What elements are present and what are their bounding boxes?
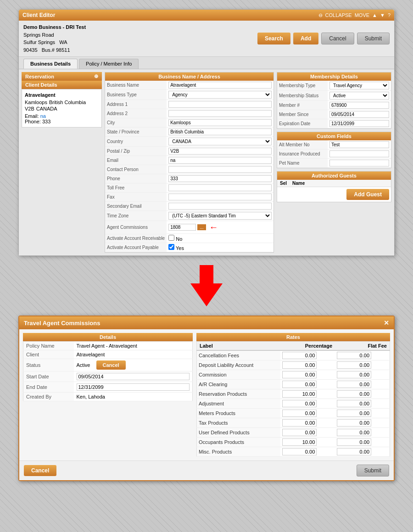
move-down-btn[interactable]: ▼ <box>380 12 385 18</box>
collapse-icon[interactable]: ⊖ <box>318 12 323 18</box>
rates-row: Cancellation Fees <box>197 350 390 360</box>
sidebar-email-link[interactable]: na <box>40 113 46 119</box>
detail-policy-name: Policy Name Travel Agent - Atravelagent <box>23 342 193 350</box>
field-alt-member: Alt Member No <box>277 140 391 150</box>
address2-input[interactable] <box>168 110 272 117</box>
sidebar-city-province: Kamloops British Columbia <box>25 100 99 105</box>
secondary-email-input[interactable] <box>168 203 272 210</box>
commissions-picker-btn[interactable]: ... <box>197 224 206 230</box>
rates-column-headers: Label Percentage Flat Fee <box>197 342 390 351</box>
expiration-date-input[interactable] <box>329 120 389 127</box>
rate-flatfee-input[interactable] <box>337 361 371 369</box>
address1-input[interactable] <box>168 101 272 108</box>
postal-input[interactable] <box>168 148 272 155</box>
rate-percentage-input[interactable] <box>282 352 317 359</box>
rate-percentage-input[interactable] <box>282 390 317 398</box>
rate-flatfee-input[interactable] <box>337 390 371 398</box>
rate-percentage-input[interactable] <box>282 438 317 446</box>
insurance-produced-input[interactable] <box>329 150 389 157</box>
rate-flatfee-input[interactable] <box>337 381 371 388</box>
rate-flatfee-input[interactable] <box>337 371 371 378</box>
membership-type-select[interactable]: Travel Agency <box>329 82 389 89</box>
rate-flatfee-input[interactable] <box>337 429 371 436</box>
help-btn[interactable]: ? <box>388 12 391 18</box>
rate-percentage-input[interactable] <box>282 410 317 417</box>
rate-flatfee-input[interactable] <box>337 400 371 407</box>
rate-flatfee-input[interactable] <box>337 410 371 417</box>
field-postal: Postal / Zip <box>105 147 273 156</box>
country-select[interactable]: CANADA <box>168 138 272 145</box>
state-province-input[interactable] <box>168 128 272 135</box>
collapse-label[interactable]: COLLAPSE <box>325 12 352 18</box>
business-form-table: Business Name Business Type Agency Addre… <box>105 81 273 252</box>
move-label: MOVE <box>355 12 369 18</box>
search-button[interactable]: Search <box>257 33 290 44</box>
rates-row: Reservation Products <box>197 389 390 399</box>
window-controls: ⊖ COLLAPSE MOVE ▲ ▼ ? <box>318 12 391 18</box>
tab-policy-member-info[interactable]: Policy / Member Info <box>79 59 139 69</box>
membership-form-table: Membership Type Travel Agency Membership… <box>277 81 391 128</box>
member-since-input[interactable] <box>329 111 389 118</box>
field-secondary-email: Secondary Email <box>105 202 273 211</box>
col-flat-fee: Flat Fee <box>335 342 390 351</box>
comm-cancel-button[interactable]: Cancel <box>24 465 56 476</box>
membership-status-select[interactable]: Active <box>329 92 389 100</box>
end-date-input[interactable] <box>77 383 190 391</box>
status-cancel-button[interactable]: Cancel <box>96 360 126 370</box>
tab-business-details[interactable]: Business Details <box>23 59 78 69</box>
rate-percentage-input[interactable] <box>282 429 317 436</box>
cancel-button[interactable]: Cancel <box>321 33 354 44</box>
auth-col-sel: Sel <box>277 180 290 187</box>
phone-input[interactable] <box>168 175 272 182</box>
rate-label: Reservation Products <box>197 389 281 399</box>
start-date-input[interactable] <box>77 373 190 380</box>
add-guest-button[interactable]: Add Guest <box>346 189 389 200</box>
membership-header: Membership Details <box>277 72 391 81</box>
rate-flatfee-input[interactable] <box>337 448 371 455</box>
rate-percentage-input[interactable] <box>282 361 317 369</box>
business-address-header: Business Name / Address <box>105 72 273 81</box>
rate-percentage-input[interactable] <box>282 400 317 407</box>
rate-percentage-input[interactable] <box>282 419 317 427</box>
rate-flatfee-input[interactable] <box>337 352 371 359</box>
contact-input[interactable] <box>168 166 272 173</box>
pet-name-input[interactable] <box>329 160 389 166</box>
business-type-select[interactable]: Agency <box>168 91 272 99</box>
rates-row: A/R Clearing <box>197 380 390 389</box>
rates-row: Meters Products <box>197 409 390 418</box>
close-button[interactable]: ✕ <box>384 319 389 327</box>
rate-percentage-input[interactable] <box>282 448 317 455</box>
rate-percentage-input[interactable] <box>282 371 317 378</box>
rates-header: Rates <box>196 333 390 341</box>
down-arrow <box>190 265 223 306</box>
field-pet-name: Pet Name <box>277 159 391 168</box>
submit-button[interactable]: Submit <box>357 33 390 44</box>
fax-input[interactable] <box>168 194 272 200</box>
commissions-title: Travel Agent Commissions <box>24 320 100 327</box>
business-name-input[interactable] <box>168 82 272 89</box>
rate-flatfee-input[interactable] <box>337 419 371 427</box>
email-input[interactable] <box>168 157 272 164</box>
activate-receivable-checkbox[interactable] <box>168 235 174 241</box>
city-input[interactable] <box>168 119 272 126</box>
comm-submit-button[interactable]: Submit <box>357 465 389 477</box>
plus-icon[interactable]: ⊕ <box>94 73 98 79</box>
rate-flatfee-input[interactable] <box>337 438 371 446</box>
activate-payable-checkbox[interactable] <box>168 244 174 250</box>
email-label: Email: <box>25 113 39 119</box>
auth-col-name: Name <box>290 180 307 187</box>
member-number-input[interactable] <box>329 102 389 109</box>
field-agent-commissions: Agent Commissions ... ← <box>105 221 273 234</box>
timezone-select[interactable]: (UTC -5) Eastern Standard Tim <box>168 212 272 220</box>
rate-percentage-input[interactable] <box>282 381 317 388</box>
main-content: Business Name / Address Business Name Bu… <box>105 72 391 253</box>
alt-member-input[interactable] <box>329 141 389 148</box>
toll-free-input[interactable] <box>168 184 272 191</box>
add-button[interactable]: Add <box>293 33 318 44</box>
membership-panel: Membership Details Membership Type Trave… <box>277 72 391 129</box>
field-member-number: Member # <box>277 101 391 110</box>
move-up-btn[interactable]: ▲ <box>372 12 377 18</box>
sidebar-content: Atravelagent Kamloops British Columbia V… <box>22 89 102 127</box>
client-editor-window: Client Editor ⊖ COLLAPSE MOVE ▲ ▼ ? Demo… <box>18 9 395 256</box>
agent-commissions-input[interactable] <box>168 224 196 231</box>
